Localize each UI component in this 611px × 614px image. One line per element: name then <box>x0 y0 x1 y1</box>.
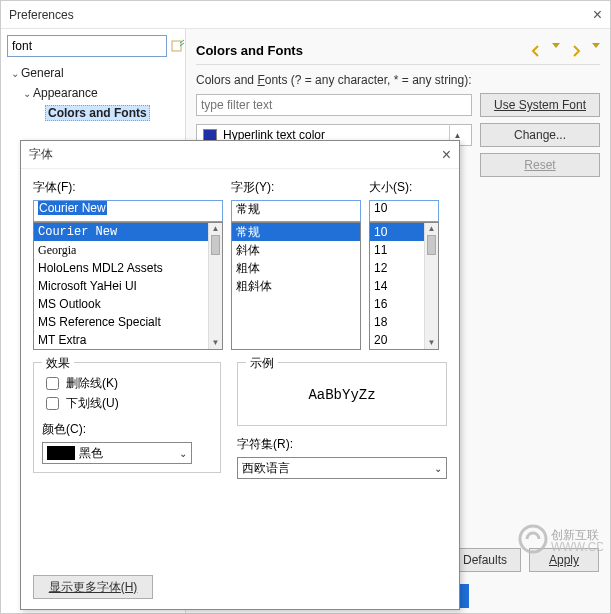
font-listbox[interactable]: Courier New Georgia HoloLens MDL2 Assets… <box>33 222 223 350</box>
clear-filter-icon[interactable] <box>171 38 185 54</box>
section-description: Colors and Fonts (? = any character, * =… <box>196 73 600 87</box>
charset-label: 字符集(R): <box>237 436 447 453</box>
tree-item-colors-fonts[interactable]: Colors and Fonts <box>9 103 179 123</box>
close-icon[interactable]: × <box>593 6 602 24</box>
preferences-tree[interactable]: ⌄General ⌄Appearance Colors and Fonts <box>7 63 179 123</box>
font-style-input[interactable]: 常规 <box>231 200 361 222</box>
list-item[interactable]: 粗斜体 <box>232 277 360 295</box>
chevron-down-icon: ⌄ <box>179 448 187 459</box>
show-more-fonts-button[interactable]: 显示更多字体(H) <box>33 575 153 599</box>
nav-forward-menu-icon[interactable] <box>592 43 600 48</box>
size-label: 大小(S): <box>369 179 439 196</box>
font-size-input[interactable]: 10 <box>369 200 439 222</box>
scroll-up-icon: ▲ <box>212 223 220 235</box>
type-filter-input[interactable] <box>196 94 472 116</box>
font-label: 字体(F): <box>33 179 223 196</box>
color-swatch-icon <box>47 446 75 460</box>
list-item[interactable]: 常规 <box>232 223 360 241</box>
list-item[interactable]: MT Extra <box>34 331 222 349</box>
list-item[interactable]: Microsoft YaHei UI <box>34 277 222 295</box>
list-item[interactable]: 斜体 <box>232 241 360 259</box>
section-title: Colors and Fonts <box>196 43 303 58</box>
size-listbox[interactable]: 10 11 12 14 16 18 20 ▲▼ <box>369 222 439 350</box>
strikeout-checkbox[interactable]: 删除线(K) <box>42 373 212 393</box>
list-item[interactable]: 粗体 <box>232 259 360 277</box>
color-combo[interactable]: 黑色 ⌄ <box>42 442 192 464</box>
scroll-down-icon: ▼ <box>428 337 436 349</box>
list-item[interactable]: MS Reference Specialt <box>34 313 222 331</box>
change-button[interactable]: Change... <box>480 123 600 147</box>
nav-back-icon[interactable] <box>528 43 544 59</box>
font-dialog-close-icon[interactable]: × <box>442 146 451 164</box>
underline-checkbox[interactable]: 下划线(U) <box>42 393 212 413</box>
apply-button[interactable]: Apply <box>529 548 599 572</box>
sample-group: 示例 AaBbYyZz <box>237 362 447 426</box>
scroll-down-icon: ▼ <box>212 337 220 349</box>
tree-item-appearance[interactable]: ⌄Appearance <box>9 83 179 103</box>
effects-group: 效果 删除线(K) 下划线(U) 颜色(C): 黑色 ⌄ <box>33 362 221 473</box>
chevron-down-icon: ⌄ <box>434 463 442 474</box>
list-item[interactable]: Georgia <box>34 241 222 259</box>
preferences-titlebar: Preferences × <box>1 1 610 29</box>
tree-item-general[interactable]: ⌄General <box>9 63 179 83</box>
nav-forward-icon[interactable] <box>568 43 584 59</box>
sample-text: AaBbYyZz <box>246 373 438 417</box>
svg-rect-0 <box>172 41 181 51</box>
list-item[interactable]: HoloLens MDL2 Assets <box>34 259 222 277</box>
charset-combo[interactable]: 西欧语言 ⌄ <box>237 457 447 479</box>
nav-back-menu-icon[interactable] <box>552 43 560 48</box>
preferences-title: Preferences <box>9 8 74 22</box>
style-label: 字形(Y): <box>231 179 361 196</box>
effects-legend: 效果 <box>42 355 74 372</box>
font-name-input[interactable]: Courier New <box>33 200 223 222</box>
scroll-up-icon: ▲ <box>428 223 436 235</box>
list-item[interactable]: MS Outlook <box>34 295 222 313</box>
use-system-font-button[interactable]: Use System Font <box>480 93 600 117</box>
color-label: 颜色(C): <box>42 421 212 438</box>
font-dialog-title: 字体 <box>29 146 53 163</box>
font-dialog: 字体 × 字体(F): Courier New Courier New Geor… <box>20 140 460 610</box>
scrollbar[interactable]: ▲▼ <box>424 223 438 349</box>
reset-button: Reset <box>480 153 600 177</box>
scrollbar[interactable]: ▲▼ <box>208 223 222 349</box>
list-item[interactable]: Courier New <box>34 223 222 241</box>
sample-legend: 示例 <box>246 355 278 372</box>
filter-input[interactable] <box>7 35 167 57</box>
style-listbox[interactable]: 常规 斜体 粗体 粗斜体 <box>231 222 361 350</box>
